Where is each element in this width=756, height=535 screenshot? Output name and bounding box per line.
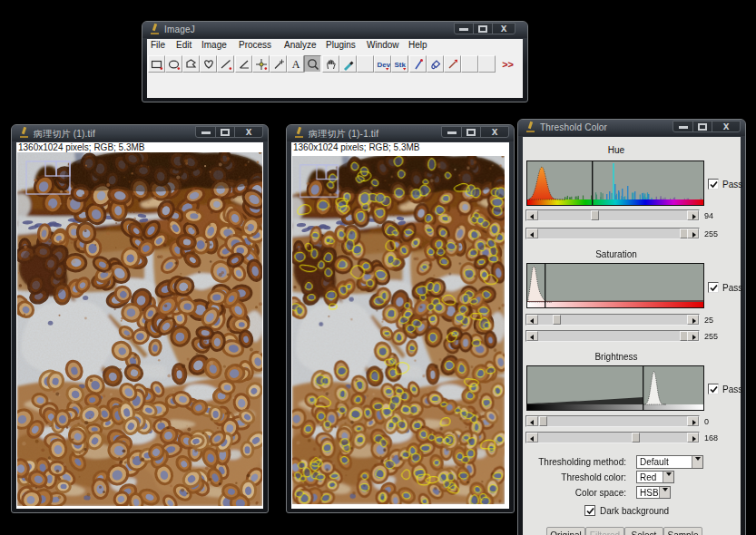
svg-text:Dev: Dev — [378, 61, 391, 69]
svg-text:Stk: Stk — [395, 61, 407, 69]
svg-text:A: A — [292, 58, 300, 71]
